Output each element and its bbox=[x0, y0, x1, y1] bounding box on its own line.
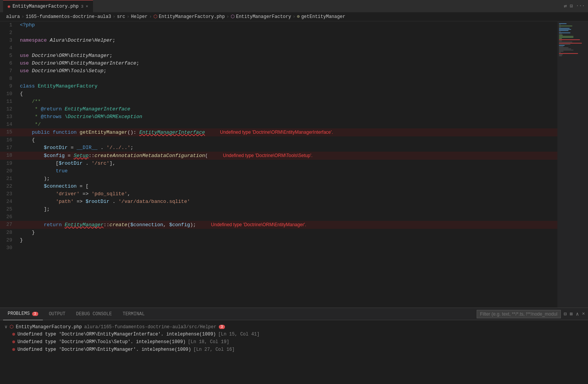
tab-debug-label: DEBUG CONSOLE bbox=[76, 311, 112, 317]
line-number: 19 bbox=[0, 160, 18, 167]
window-controls: ⇄ ⊡ ··· bbox=[564, 3, 585, 9]
line-content[interactable]: * @throws \Doctrine\ORM\ORMException bbox=[18, 113, 557, 121]
close-panel-icon[interactable]: × bbox=[582, 311, 585, 317]
line-content[interactable]: $config = Setup::createAnnotationMetadat… bbox=[18, 152, 557, 160]
line-content[interactable]: */ bbox=[18, 121, 557, 128]
list-item[interactable]: ⊗ Undefined type 'Doctrine\ORM\Tools\Set… bbox=[3, 338, 585, 346]
tab-terminal[interactable]: TERMINAL bbox=[118, 308, 149, 320]
line-content[interactable]: public function getEntityManager(): Enti… bbox=[18, 128, 557, 136]
line-content[interactable] bbox=[18, 213, 557, 221]
table-row: 19 [$rootDir . '/src'], bbox=[0, 160, 557, 167]
layout-icon[interactable]: ⊡ bbox=[570, 3, 573, 9]
line-content[interactable] bbox=[18, 29, 557, 37]
line-number: 6 bbox=[0, 60, 18, 67]
problem-file-name: EntityManagerFactory.php bbox=[16, 324, 82, 330]
breadcrumb-method-icon: ⊙ bbox=[297, 14, 300, 19]
line-number: 28 bbox=[0, 229, 18, 237]
list-item[interactable]: ⊗ Undefined type 'Doctrine\ORM\EntityMan… bbox=[3, 346, 585, 353]
line-number: 24 bbox=[0, 198, 18, 206]
table-row: 28 } bbox=[0, 229, 557, 237]
tab-terminal-label: TERMINAL bbox=[122, 311, 145, 317]
line-content[interactable]: ]; bbox=[18, 206, 557, 213]
problem-group-header[interactable]: ∨ ⬡ EntityManagerFactory.php alura/1165-… bbox=[3, 323, 585, 331]
title-bar: ◉ EntityManagerFactory.php 3 × ⇄ ⊡ ··· bbox=[0, 0, 588, 12]
breadcrumb: alura › 1165-fundamentos-doctrine-aula3 … bbox=[0, 12, 588, 21]
breadcrumb-file-name[interactable]: EntityManagerFactory.php bbox=[159, 14, 225, 19]
line-number: 1 bbox=[0, 21, 18, 29]
line-number: 30 bbox=[0, 244, 18, 252]
line-content[interactable]: * @return EntityManagerInterface bbox=[18, 105, 557, 113]
line-content[interactable]: use Doctrine\ORM\Tools\Setup; bbox=[18, 67, 557, 75]
breadcrumb-class-icon: ⬡ bbox=[231, 14, 235, 19]
problem-location-2: [Ln 18, Col 19] bbox=[188, 339, 229, 345]
breadcrumb-file[interactable]: ⬡ bbox=[153, 14, 157, 19]
line-number: 21 bbox=[0, 175, 18, 183]
table-row: 5 use Doctrine\ORM\EntityManager; bbox=[0, 52, 557, 60]
line-content[interactable]: { bbox=[18, 90, 557, 98]
line-number: 20 bbox=[0, 167, 18, 175]
line-number: 16 bbox=[0, 136, 18, 144]
table-row: 6 use Doctrine\ORM\EntityManagerInterfac… bbox=[0, 60, 557, 67]
line-content[interactable]: $connection = [ bbox=[18, 183, 557, 190]
close-tab-icon[interactable]: × bbox=[86, 4, 88, 9]
line-content[interactable]: } bbox=[18, 237, 557, 244]
line-content[interactable]: $rootDir = __DIR__ . '/../..'; bbox=[18, 144, 557, 152]
line-number: 13 bbox=[0, 113, 18, 121]
line-content[interactable] bbox=[18, 44, 557, 52]
file-icon: ◉ bbox=[8, 4, 10, 9]
tab-output[interactable]: OUTPUT bbox=[44, 308, 70, 320]
table-row: 30 bbox=[0, 244, 557, 252]
line-content[interactable]: return EntityManager::create($connection… bbox=[18, 221, 557, 229]
table-row: 16 { bbox=[0, 136, 557, 144]
file-group-icon: ⬡ bbox=[10, 324, 13, 330]
tab-debug-console[interactable]: DEBUG CONSOLE bbox=[72, 308, 117, 320]
line-content[interactable]: 'driver' => 'pdo_sqlite', bbox=[18, 190, 557, 198]
table-row: 12 * @return EntityManagerInterface bbox=[0, 105, 557, 113]
table-row: 14 */ bbox=[0, 121, 557, 128]
line-content[interactable]: [$rootDir . '/src'], bbox=[18, 160, 557, 167]
more-icon[interactable]: ··· bbox=[576, 3, 585, 9]
code-scroll[interactable]: 1 <?php 2 3 namespace Alura\Doctrine\Hel… bbox=[0, 21, 557, 308]
line-number: 25 bbox=[0, 206, 18, 213]
breadcrumb-folder1[interactable]: 1165-fundamentos-doctrine-aula3 bbox=[26, 14, 111, 19]
tab-problems[interactable]: PROBLEMS 3 bbox=[3, 308, 43, 320]
line-content[interactable]: use Doctrine\ORM\EntityManagerInterface; bbox=[18, 60, 557, 67]
line-content[interactable]: class EntityManagerFactory bbox=[18, 83, 557, 90]
breadcrumb-helper[interactable]: Helper bbox=[131, 14, 147, 19]
line-content[interactable]: true bbox=[18, 167, 557, 175]
panel-content: ∨ ⬡ EntityManagerFactory.php alura/1165-… bbox=[0, 320, 588, 384]
line-number: 12 bbox=[0, 105, 18, 113]
code-editor[interactable]: 1 <?php 2 3 namespace Alura\Doctrine\Hel… bbox=[0, 21, 557, 308]
chevron-down-icon: ∨ bbox=[5, 324, 7, 330]
minimap-content bbox=[557, 21, 588, 58]
error-circle-icon: ⊗ bbox=[12, 347, 15, 353]
problem-message-1: Undefined type 'Doctrine\ORM\EntityManag… bbox=[18, 332, 216, 337]
breadcrumb-class[interactable]: EntityManagerFactory bbox=[236, 14, 291, 19]
collapse-icon[interactable]: ⊠ bbox=[570, 311, 573, 317]
problem-group: ∨ ⬡ EntityManagerFactory.php alura/1165-… bbox=[0, 322, 588, 355]
line-content[interactable]: } bbox=[18, 229, 557, 237]
breadcrumb-method[interactable]: getEntityManager bbox=[301, 14, 345, 19]
line-content[interactable]: use Doctrine\ORM\EntityManager; bbox=[18, 52, 557, 60]
line-content[interactable]: /** bbox=[18, 98, 557, 105]
line-content[interactable]: 'path' => $rootDir . '/var/data/banco.sq… bbox=[18, 198, 557, 206]
editor-tab[interactable]: ◉ EntityManagerFactory.php 3 × bbox=[3, 0, 93, 12]
chevron-up-icon[interactable]: ∧ bbox=[576, 311, 579, 317]
remote-icon[interactable]: ⇄ bbox=[564, 3, 567, 9]
line-content[interactable]: { bbox=[18, 136, 557, 144]
table-row: 7 use Doctrine\ORM\Tools\Setup; bbox=[0, 67, 557, 75]
line-content[interactable]: namespace Alura\Doctrine\Helper; bbox=[18, 37, 557, 44]
tab-output-label: OUTPUT bbox=[49, 311, 65, 317]
line-content[interactable] bbox=[18, 244, 557, 252]
line-content[interactable]: ); bbox=[18, 175, 557, 183]
table-row: 9 class EntityManagerFactory bbox=[0, 83, 557, 90]
line-content[interactable]: <?php bbox=[18, 21, 557, 29]
filter-icon[interactable]: ⊟ bbox=[564, 311, 567, 317]
breadcrumb-src[interactable]: src bbox=[117, 14, 125, 19]
problem-location-1: [Ln 15, Col 41] bbox=[218, 332, 259, 337]
breadcrumb-alura[interactable]: alura bbox=[6, 14, 20, 19]
list-item[interactable]: ⊗ Undefined type 'Doctrine\ORM\EntityMan… bbox=[3, 331, 585, 338]
filter-input[interactable] bbox=[477, 310, 561, 318]
line-content[interactable] bbox=[18, 75, 557, 83]
problem-message-3: Undefined type 'Doctrine\ORM\EntityManag… bbox=[18, 347, 191, 352]
